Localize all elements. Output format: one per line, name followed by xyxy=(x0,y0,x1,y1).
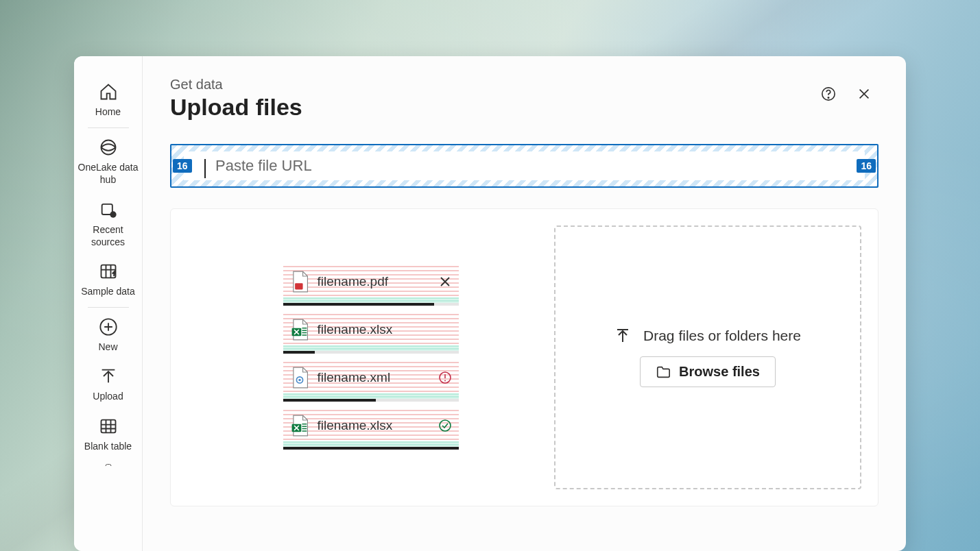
dialog-window: Home OneLake data hub Recent sources Sam… xyxy=(74,56,906,551)
text-caret xyxy=(204,159,206,178)
xlsx-file-icon xyxy=(290,415,309,437)
file-row-body: filename.xlsx xyxy=(283,410,459,441)
svg-rect-5 xyxy=(101,419,115,432)
progress-track xyxy=(283,447,459,450)
file-name: filename.pdf xyxy=(318,274,430,289)
sample-data-icon xyxy=(99,262,118,281)
svg-point-13 xyxy=(444,380,446,381)
sidebar-item-blank-table[interactable]: Blank table xyxy=(74,410,142,459)
sidebar-item-upload[interactable]: Upload xyxy=(74,360,142,409)
file-row-body: filename.pdf xyxy=(283,266,459,297)
sidebar-item-new[interactable]: New xyxy=(74,310,142,360)
error-icon xyxy=(438,371,452,384)
url-input[interactable] xyxy=(192,157,857,175)
file-name: filename.xlsx xyxy=(318,418,430,433)
upload-panel: filename.pdf filename.xlsx xyxy=(170,208,879,506)
upload-arrow-icon xyxy=(614,328,631,344)
svg-point-15 xyxy=(440,420,451,431)
onelake-icon xyxy=(99,138,118,157)
sidebar-label: Blank table xyxy=(84,440,132,452)
url-input-redline xyxy=(170,144,879,188)
help-icon[interactable] xyxy=(821,86,836,101)
spacing-badge-right: 16 xyxy=(857,159,876,173)
header-actions xyxy=(821,86,872,101)
progress-track xyxy=(283,303,459,306)
dropzone-label-row: Drag files or folders here xyxy=(614,328,801,344)
sidebar-label: Home xyxy=(95,106,121,118)
url-input-row: 16 16 xyxy=(170,144,879,188)
divider xyxy=(88,307,129,308)
sidebar-label: New xyxy=(98,341,117,353)
dropzone[interactable]: Drag files or folders here Browse files xyxy=(554,225,861,489)
file-row: filename.xlsx xyxy=(283,410,459,450)
recent-sources-icon xyxy=(99,200,118,219)
remove-file-icon[interactable] xyxy=(438,275,452,289)
file-list-area: filename.pdf filename.xlsx xyxy=(187,225,554,489)
sidebar-label: Sample data xyxy=(81,285,135,297)
upload-icon xyxy=(99,367,118,386)
sidebar-item-sample[interactable]: Sample data xyxy=(74,255,142,304)
divider xyxy=(88,127,129,128)
sidebar: Home OneLake data hub Recent sources Sam… xyxy=(74,56,143,551)
file-name: filename.xlsx xyxy=(318,322,452,337)
redline-spacer xyxy=(283,345,459,351)
file-row: filename.pdf xyxy=(283,266,459,306)
sidebar-item-home[interactable]: Home xyxy=(74,75,142,125)
progress-fill xyxy=(283,351,315,354)
page-title: Upload files xyxy=(170,94,302,121)
file-name: filename.xml xyxy=(318,370,430,385)
progress-fill xyxy=(283,399,377,402)
xlsx-file-icon xyxy=(290,319,309,341)
redline-spacer xyxy=(283,441,459,447)
url-input-container xyxy=(184,151,865,180)
sidebar-item-more[interactable] xyxy=(74,459,142,478)
svg-point-7 xyxy=(828,97,828,98)
folder-icon xyxy=(656,365,671,380)
browse-button-label: Browse files xyxy=(679,364,760,380)
svg-rect-8 xyxy=(295,283,302,289)
svg-point-11 xyxy=(298,378,300,380)
sidebar-label: Upload xyxy=(93,390,123,402)
progress-fill xyxy=(283,303,434,306)
redline-spacer xyxy=(283,393,459,399)
svg-point-2 xyxy=(110,211,116,217)
file-row: filename.xlsx xyxy=(283,314,459,354)
progress-fill xyxy=(283,447,459,450)
sidebar-item-onelake[interactable]: OneLake data hub xyxy=(74,131,142,193)
sidebar-label: OneLake data hub xyxy=(77,161,139,186)
sidebar-item-recent[interactable]: Recent sources xyxy=(74,193,142,255)
home-icon xyxy=(99,82,118,101)
main-content: Get data Upload files 16 16 xyxy=(143,56,906,551)
redline-spacer xyxy=(283,297,459,303)
titles: Get data Upload files xyxy=(170,77,302,121)
file-row: filename.xml xyxy=(283,362,459,402)
file-row-body: filename.xml xyxy=(283,362,459,393)
xml-file-icon xyxy=(290,367,309,389)
breadcrumb-subtitle: Get data xyxy=(170,77,302,93)
sidebar-label: Recent sources xyxy=(77,223,139,248)
file-row-body: filename.xlsx xyxy=(283,314,459,345)
header: Get data Upload files xyxy=(170,77,879,121)
svg-point-0 xyxy=(101,140,115,155)
close-icon[interactable] xyxy=(857,86,872,101)
browse-files-button[interactable]: Browse files xyxy=(640,356,776,387)
table-icon xyxy=(99,417,118,436)
spacing-badge-left: 16 xyxy=(173,159,192,173)
partial-icon xyxy=(101,463,115,472)
plus-circle-icon xyxy=(99,317,118,336)
file-list: filename.pdf filename.xlsx xyxy=(283,266,459,450)
progress-track xyxy=(283,351,459,354)
dropzone-label: Drag files or folders here xyxy=(643,328,801,344)
progress-track xyxy=(283,399,459,402)
pdf-file-icon xyxy=(290,271,309,293)
success-icon xyxy=(438,419,452,432)
